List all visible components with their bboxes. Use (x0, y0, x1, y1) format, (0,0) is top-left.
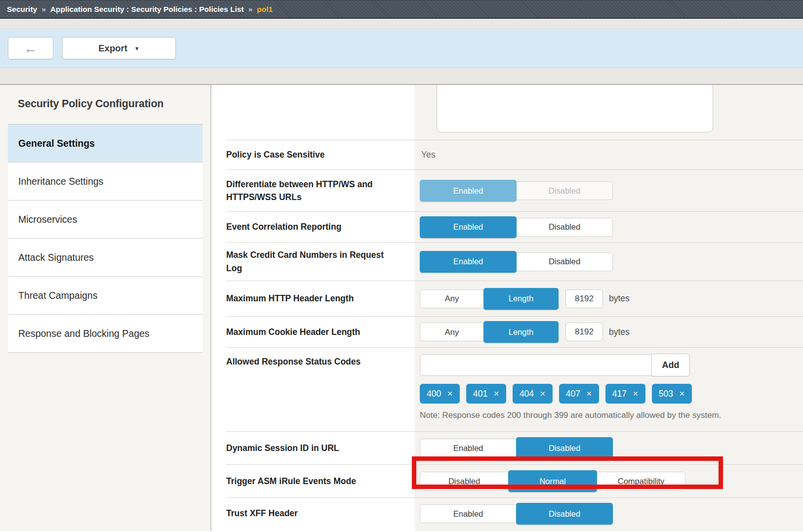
status-code-tag: 503 ✕ (652, 384, 692, 404)
sidebar-item-attack-signatures[interactable]: Attack Signatures (8, 239, 202, 277)
setting-row-allowed-status-codes: Allowed Response Status Codes Add 400 ✕ … (226, 347, 803, 431)
breadcrumb-path[interactable]: Application Security : Security Policies… (50, 5, 244, 14)
remove-tag-icon[interactable]: ✕ (493, 390, 499, 398)
toggle-differentiate-urls: Enabled Disabled (420, 180, 613, 202)
sidebar-item-inheritance-settings[interactable]: Inheritance Settings (8, 163, 202, 201)
tag-value: 417 (612, 389, 627, 399)
sidebar-item-general-settings[interactable]: General Settings (8, 124, 202, 163)
toggle-trigger-irule-events: Disabled Normal Compatibility (420, 470, 685, 492)
sidebar-nav: General Settings Inheritance Settings Mi… (8, 124, 202, 353)
truncated-text-input[interactable] (437, 85, 713, 132)
setting-row-dynamic-session-id: Dynamic Session ID in URL Enabled Disabl… (226, 431, 803, 464)
remove-tag-icon[interactable]: ✕ (633, 390, 639, 398)
remove-tag-icon[interactable]: ✕ (586, 390, 592, 398)
breadcrumb-section[interactable]: Security (7, 5, 37, 14)
disabled-option[interactable]: Disabled (420, 472, 509, 491)
any-option[interactable]: Any (420, 323, 484, 341)
unit-label: bytes (609, 293, 630, 304)
sidebar: Security Policy Configuration General Se… (0, 85, 211, 531)
disabled-option[interactable]: Disabled (516, 218, 613, 237)
enabled-option[interactable]: Enabled (420, 180, 517, 202)
add-status-code-button[interactable]: Add (651, 354, 690, 376)
any-option[interactable]: Any (420, 289, 484, 308)
breadcrumb-separator-icon: » (248, 5, 253, 14)
status-code-tag: 401 ✕ (466, 384, 506, 404)
setting-label: Event Correlation Reporting (226, 212, 415, 242)
spacer-strip (0, 67, 803, 85)
setting-row-trigger-irule-events: Trigger ASM iRule Events Mode Disabled N… (226, 464, 803, 497)
toggle-mask-credit-card: Enabled Disabled (420, 251, 613, 273)
tag-value: 400 (427, 389, 441, 399)
tag-value: 401 (473, 389, 487, 399)
sidebar-item-label: Attack Signatures (18, 252, 94, 263)
status-code-tag: 407 ✕ (559, 384, 599, 404)
sidebar-item-label: General Settings (18, 138, 95, 149)
toggle-event-correlation: Enabled Disabled (420, 216, 613, 238)
cookie-header-length-input[interactable] (565, 323, 603, 341)
chevron-down-icon: ▼ (134, 45, 140, 51)
status-code-tag: 400 ✕ (420, 384, 460, 404)
toggle-max-http-header: Any Length (420, 288, 559, 310)
sidebar-item-label: Response and Blocking Pages (18, 328, 150, 339)
remove-tag-icon[interactable]: ✕ (447, 390, 453, 398)
sidebar-item-label: Threat Campaigns (18, 290, 97, 301)
breadcrumb-current-policy: pol1 (257, 5, 273, 14)
unit-label: bytes (609, 327, 630, 337)
setting-row-differentiate-urls: Differentiate between HTTP/WS and HTTPS/… (226, 169, 803, 211)
setting-label: Dynamic Session ID in URL (226, 432, 415, 464)
sidebar-item-label: Microservices (18, 214, 77, 225)
disabled-option[interactable]: Disabled (516, 252, 613, 271)
status-code-tag: 417 ✕ (605, 384, 645, 404)
compatibility-option[interactable]: Compatibility (597, 472, 685, 491)
setting-row-mask-credit-card: Mask Credit Card Numbers in Request Log … (226, 242, 803, 281)
setting-label: Policy is Case Sensitive (226, 140, 415, 169)
spacer-strip (0, 19, 803, 29)
setting-row-max-http-header: Maximum HTTP Header Length Any Length by… (226, 281, 803, 316)
disabled-option[interactable]: Disabled (516, 181, 613, 200)
setting-label: Maximum HTTP Header Length (226, 281, 415, 316)
setting-label: Mask Credit Card Numbers in Request Log (226, 243, 394, 281)
breadcrumb-separator-icon: » (41, 5, 46, 14)
enabled-option[interactable]: Enabled (420, 439, 517, 457)
length-option[interactable]: Length (483, 321, 559, 343)
main-area: Security Policy Configuration General Se… (0, 85, 803, 531)
http-header-length-input[interactable] (565, 289, 603, 308)
enabled-option[interactable]: Enabled (420, 504, 517, 523)
settings-panel: Policy is Case Sensitive Yes Differentia… (211, 85, 803, 531)
setting-label: Allowed Response Status Codes (226, 348, 415, 431)
back-arrow-icon: ← (24, 42, 37, 55)
sidebar-item-microservices[interactable]: Microservices (8, 201, 202, 239)
disabled-option[interactable]: Disabled (516, 503, 613, 525)
tag-value: 407 (566, 389, 580, 399)
length-option[interactable]: Length (483, 288, 559, 310)
setting-row-case-sensitive: Policy is Case Sensitive Yes (226, 140, 803, 169)
toggle-max-cookie-header: Any Length (420, 321, 559, 343)
export-button[interactable]: Export ▼ (62, 37, 176, 59)
enabled-option[interactable]: Enabled (420, 216, 517, 238)
disabled-option[interactable]: Disabled (516, 437, 613, 459)
sidebar-item-threat-campaigns[interactable]: Threat Campaigns (8, 277, 202, 315)
normal-option[interactable]: Normal (508, 470, 597, 492)
remove-tag-icon[interactable]: ✕ (679, 390, 685, 398)
setting-row-partial (226, 85, 803, 140)
toggle-dynamic-session-id: Enabled Disabled (420, 437, 613, 459)
sidebar-item-response-blocking-pages[interactable]: Response and Blocking Pages (8, 315, 202, 353)
remove-tag-icon[interactable]: ✕ (540, 390, 546, 398)
toolbar: ← Export ▼ (0, 29, 803, 67)
back-button[interactable]: ← (8, 37, 53, 59)
setting-row-max-cookie-header: Maximum Cookie Header Length Any Length … (226, 316, 803, 347)
setting-label: Trigger ASM iRule Events Mode (226, 465, 415, 497)
status-code-input[interactable] (420, 354, 652, 376)
breadcrumb: Security » Application Security : Securi… (0, 0, 803, 19)
setting-label (226, 85, 415, 140)
sidebar-title: Security Policy Configuration (18, 98, 210, 110)
sidebar-item-label: Inheritance Settings (18, 176, 103, 187)
status-code-tag: 404 ✕ (513, 384, 553, 404)
status-code-tags: 400 ✕ 401 ✕ 404 ✕ 407 ✕ (420, 384, 698, 404)
setting-label: Trust XFF Header (226, 498, 415, 531)
tag-value: 503 (659, 389, 673, 399)
setting-row-trust-xff: Trust XFF Header Enabled Disabled (226, 497, 803, 531)
setting-readonly-value: Yes (420, 150, 436, 160)
enabled-option[interactable]: Enabled (420, 251, 517, 273)
toggle-trust-xff: Enabled Disabled (420, 503, 613, 525)
